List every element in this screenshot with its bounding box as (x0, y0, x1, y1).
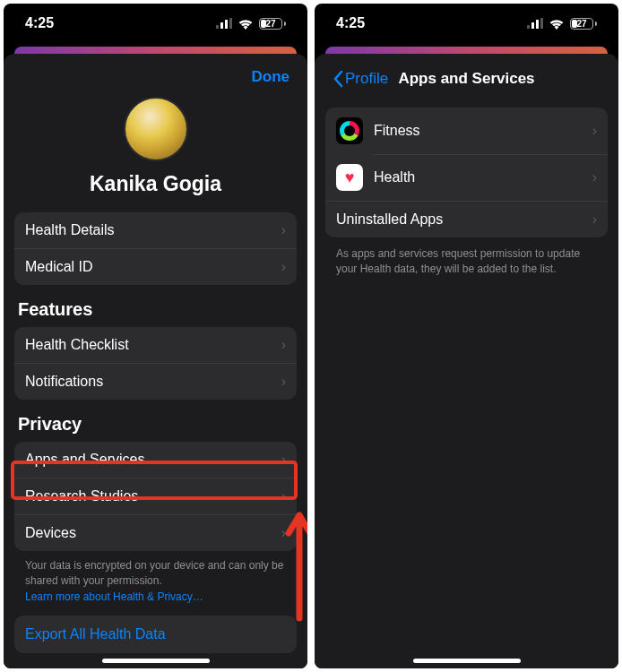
profile-sheet: Done Kanika Gogia Health Details › Medic… (4, 54, 307, 668)
health-app-icon: ♥ (336, 164, 363, 191)
phone-left: 4:25 27 Done Kanika Gogia (4, 4, 307, 668)
privacy-footer-text: Your data is encrypted on your device an… (14, 551, 297, 590)
status-icons: 27 (216, 18, 286, 30)
research-studies-row[interactable]: Research Studies › (14, 478, 297, 514)
home-indicator[interactable] (413, 659, 521, 663)
svg-rect-3 (229, 18, 232, 29)
svg-rect-4 (527, 25, 530, 29)
row-label: Research Studies (25, 488, 281, 504)
svg-rect-0 (216, 25, 219, 29)
chevron-right-icon: › (281, 488, 286, 504)
cellular-icon (527, 18, 543, 29)
done-button[interactable]: Done (252, 68, 290, 86)
privacy-learn-more-link[interactable]: Learn more about Health & Privacy… (14, 590, 297, 616)
devices-row[interactable]: Devices › (14, 514, 297, 551)
apps-footer-text: As apps and services request permission … (325, 237, 608, 279)
home-indicator[interactable] (102, 659, 210, 663)
health-checklist-row[interactable]: Health Checklist › (14, 327, 297, 363)
svg-rect-7 (540, 18, 543, 29)
chevron-right-icon: › (592, 211, 597, 228)
privacy-header: Privacy (14, 400, 297, 442)
features-group: Health Checklist › Notifications › (14, 327, 297, 400)
apps-services-sheet: Profile Apps and Services Fitness › ♥ He… (315, 54, 618, 668)
chevron-right-icon: › (592, 123, 597, 139)
health-row[interactable]: ♥ Health › (325, 154, 608, 201)
row-label: Health (374, 169, 592, 185)
row-label: Apps and Services (25, 452, 281, 468)
background-accent (14, 47, 297, 54)
status-bar: 4:25 27 (315, 4, 618, 43)
status-time: 4:25 (25, 15, 54, 31)
svg-rect-2 (225, 20, 228, 29)
chevron-right-icon: › (281, 259, 286, 275)
features-header: Features (14, 285, 297, 327)
notifications-row[interactable]: Notifications › (14, 363, 297, 400)
chevron-right-icon: › (281, 222, 286, 238)
status-bar: 4:25 27 (4, 4, 307, 43)
row-label: Medical ID (25, 259, 281, 275)
row-label: Health Checklist (25, 337, 281, 353)
health-details-row[interactable]: Health Details › (14, 212, 297, 248)
chevron-right-icon: › (281, 337, 286, 353)
privacy-group: Apps and Services › Research Studies › D… (14, 442, 297, 551)
row-label: Export All Health Data (25, 626, 166, 642)
back-label: Profile (345, 70, 388, 88)
apps-list-group: Fitness › ♥ Health › Uninstalled Apps › (325, 108, 608, 237)
row-label: Notifications (25, 374, 281, 390)
cellular-icon (216, 18, 232, 29)
heart-icon: ♥ (345, 168, 355, 187)
back-button[interactable]: Profile (333, 70, 388, 88)
avatar[interactable] (124, 97, 188, 161)
battery-icon: 27 (570, 18, 597, 30)
uninstalled-apps-row[interactable]: Uninstalled Apps › (325, 201, 608, 237)
chevron-right-icon: › (281, 374, 286, 390)
row-label: Uninstalled Apps (336, 211, 592, 228)
wifi-icon (549, 18, 565, 30)
chevron-left-icon (333, 70, 343, 88)
background-accent (325, 47, 608, 54)
svg-rect-1 (220, 22, 223, 29)
row-label: Health Details (25, 222, 281, 238)
chevron-right-icon: › (281, 525, 286, 541)
svg-rect-5 (531, 22, 534, 29)
chevron-right-icon: › (281, 452, 286, 468)
chevron-right-icon: › (592, 169, 597, 185)
battery-icon: 27 (259, 18, 286, 30)
status-time: 4:25 (336, 15, 365, 31)
export-health-data-row[interactable]: Export All Health Data (14, 616, 297, 653)
row-label: Fitness (374, 123, 592, 139)
fitness-app-icon (336, 117, 363, 144)
phone-right: 4:25 27 Profile Apps and Services (315, 4, 618, 668)
user-name: Kanika Gogia (14, 172, 297, 212)
wifi-icon (238, 18, 254, 30)
apps-and-services-row[interactable]: Apps and Services › (14, 442, 297, 478)
nav-bar: Profile Apps and Services (325, 61, 608, 99)
medical-id-row[interactable]: Medical ID › (14, 248, 297, 285)
status-icons: 27 (527, 18, 597, 30)
row-label: Devices (25, 525, 281, 541)
svg-rect-6 (536, 20, 539, 29)
fitness-row[interactable]: Fitness › (325, 108, 608, 154)
profile-info-group: Health Details › Medical ID › (14, 212, 297, 285)
